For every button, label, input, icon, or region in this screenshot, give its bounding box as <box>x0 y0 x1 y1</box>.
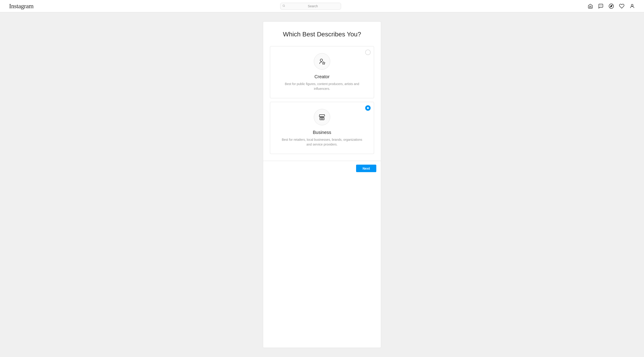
instagram-logo: Instagram <box>9 3 34 10</box>
creator-icon-circle <box>314 53 330 70</box>
selection-card: Which Best Describes You? Creator Best f… <box>263 21 381 348</box>
business-icon-circle <box>314 109 330 125</box>
explore-icon[interactable] <box>608 4 614 9</box>
svg-rect-6 <box>320 117 324 120</box>
card-footer: Next <box>263 161 381 176</box>
heart-icon[interactable] <box>619 4 624 9</box>
creator-description: Best for public figures, content produce… <box>279 82 365 91</box>
svg-point-4 <box>631 4 633 6</box>
business-title: Business <box>313 130 331 135</box>
page-title: Which Best Describes You? <box>270 31 374 38</box>
creator-icon <box>318 58 326 65</box>
search-input[interactable] <box>280 3 341 10</box>
business-radio[interactable] <box>365 105 371 111</box>
nav-icons <box>588 4 635 9</box>
home-icon[interactable] <box>588 4 593 9</box>
next-button[interactable]: Next <box>356 165 376 172</box>
business-description: Best for retailers, local businesses, br… <box>279 137 365 147</box>
profile-icon[interactable] <box>630 4 635 9</box>
creator-title: Creator <box>314 74 330 79</box>
search-container <box>280 3 341 10</box>
svg-rect-7 <box>321 117 323 119</box>
svg-marker-3 <box>610 5 612 7</box>
messenger-icon[interactable] <box>598 4 604 9</box>
svg-line-1 <box>284 6 285 7</box>
page-content: Which Best Describes You? Creator Best f… <box>0 12 644 357</box>
business-option[interactable]: Business Best for retailers, local busin… <box>270 102 374 154</box>
creator-radio[interactable] <box>365 50 371 55</box>
business-icon <box>318 114 326 121</box>
svg-point-5 <box>320 59 323 61</box>
navbar: Instagram <box>0 0 644 12</box>
svg-point-0 <box>283 5 284 7</box>
card-body: Which Best Describes You? Creator Best f… <box>263 22 381 161</box>
search-icon <box>282 4 285 8</box>
creator-option[interactable]: Creator Best for public figures, content… <box>270 46 374 98</box>
